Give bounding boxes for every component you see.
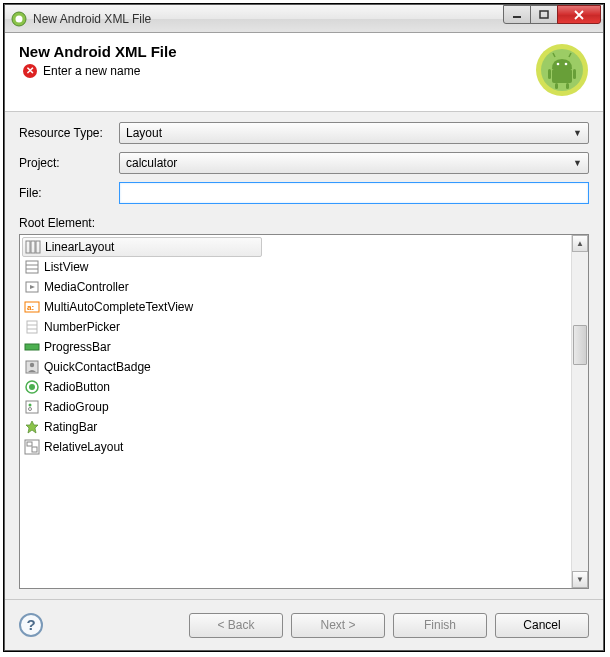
page-title: New Android XML File <box>19 43 535 60</box>
svg-marker-36 <box>26 421 38 433</box>
list-item-label: ListView <box>44 260 88 274</box>
svg-rect-25 <box>27 321 37 333</box>
svg-point-13 <box>557 63 560 66</box>
svg-rect-9 <box>555 83 558 89</box>
ratingbar-icon <box>24 419 40 435</box>
svg-point-32 <box>29 384 35 390</box>
form-area: Resource Type: Layout ▼ Project: calcula… <box>5 112 603 599</box>
app-icon <box>11 11 27 27</box>
error-message-row: ✕ Enter a new name <box>19 64 535 78</box>
android-logo-icon <box>535 43 589 97</box>
list-item[interactable]: RadioGroup <box>20 397 571 417</box>
svg-point-1 <box>16 15 23 22</box>
cancel-button[interactable]: Cancel <box>495 613 589 638</box>
finish-button[interactable]: Finish <box>393 613 487 638</box>
chevron-down-icon: ▼ <box>573 128 582 138</box>
list-item[interactable]: a:MultiAutoCompleteTextView <box>20 297 571 317</box>
list-item-label: LinearLayout <box>45 240 114 254</box>
error-icon: ✕ <box>23 64 37 78</box>
svg-rect-28 <box>25 344 39 350</box>
close-button[interactable] <box>557 5 601 24</box>
resource-type-label: Resource Type: <box>19 126 119 140</box>
list-item-label: QuickContactBadge <box>44 360 151 374</box>
chevron-down-icon: ▼ <box>573 158 582 168</box>
linearlayout-icon <box>25 239 41 255</box>
list-item[interactable]: RelativeLayout <box>20 437 571 457</box>
svg-point-34 <box>29 404 32 407</box>
relativelayout-icon <box>24 439 40 455</box>
radiogroup-icon <box>24 399 40 415</box>
svg-rect-38 <box>27 442 32 446</box>
list-item[interactable]: ListView <box>20 257 571 277</box>
list-item-label: ProgressBar <box>44 340 111 354</box>
list-item[interactable]: MediaController <box>20 277 571 297</box>
svg-rect-33 <box>26 401 38 413</box>
wizard-window: New Android XML File New Android XML Fil… <box>4 4 604 651</box>
wizard-header: New Android XML File ✕ Enter a new name <box>5 33 603 112</box>
scroll-up-icon[interactable]: ▲ <box>572 235 588 252</box>
svg-rect-3 <box>540 11 548 18</box>
svg-marker-22 <box>30 285 35 289</box>
root-element-list: LinearLayoutListViewMediaControllera:Mul… <box>19 234 589 589</box>
resource-type-combo[interactable]: Layout ▼ <box>119 122 589 144</box>
list-item-label: MultiAutoCompleteTextView <box>44 300 193 314</box>
svg-rect-18 <box>26 261 38 273</box>
file-input[interactable] <box>119 182 589 204</box>
back-button[interactable]: < Back <box>189 613 283 638</box>
listview-icon <box>24 259 40 275</box>
list-item-label: MediaController <box>44 280 129 294</box>
svg-rect-7 <box>548 69 551 79</box>
window-controls <box>504 5 601 25</box>
svg-rect-8 <box>573 69 576 79</box>
numberpicker-icon <box>24 319 40 335</box>
list-item[interactable]: ProgressBar <box>20 337 571 357</box>
list-item-label: RelativeLayout <box>44 440 123 454</box>
maximize-button[interactable] <box>530 5 558 24</box>
svg-rect-15 <box>26 241 30 253</box>
svg-rect-39 <box>32 447 37 452</box>
root-list-inner[interactable]: LinearLayoutListViewMediaControllera:Mul… <box>20 235 571 588</box>
svg-text:a:: a: <box>27 303 34 312</box>
mediacontroller-icon <box>24 279 40 295</box>
root-element-label: Root Element: <box>19 216 589 230</box>
help-button[interactable]: ? <box>19 613 43 637</box>
project-value: calculator <box>126 156 177 170</box>
project-combo[interactable]: calculator ▼ <box>119 152 589 174</box>
next-button[interactable]: Next > <box>291 613 385 638</box>
multiautocompletetextview-icon: a: <box>24 299 40 315</box>
list-item[interactable]: LinearLayout <box>22 237 262 257</box>
svg-rect-10 <box>566 83 569 89</box>
list-item-label: RadioButton <box>44 380 110 394</box>
list-item[interactable]: RatingBar <box>20 417 571 437</box>
quickcontactbadge-icon <box>24 359 40 375</box>
svg-rect-16 <box>31 241 35 253</box>
list-item[interactable]: RadioButton <box>20 377 571 397</box>
svg-rect-17 <box>36 241 40 253</box>
scroll-thumb[interactable] <box>573 325 587 365</box>
project-label: Project: <box>19 156 119 170</box>
svg-point-35 <box>29 408 32 411</box>
resource-type-value: Layout <box>126 126 162 140</box>
error-text: Enter a new name <box>43 64 140 78</box>
scroll-down-icon[interactable]: ▼ <box>572 571 588 588</box>
list-item-label: NumberPicker <box>44 320 120 334</box>
list-item[interactable]: QuickContactBadge <box>20 357 571 377</box>
svg-point-30 <box>30 363 34 367</box>
file-label: File: <box>19 186 119 200</box>
list-item[interactable]: NumberPicker <box>20 317 571 337</box>
minimize-button[interactable] <box>503 5 531 24</box>
titlebar: New Android XML File <box>5 5 603 33</box>
list-item-label: RatingBar <box>44 420 97 434</box>
svg-rect-2 <box>513 16 521 18</box>
radiobutton-icon <box>24 379 40 395</box>
progressbar-icon <box>24 339 40 355</box>
window-title: New Android XML File <box>33 12 504 26</box>
svg-point-14 <box>565 63 568 66</box>
svg-rect-6 <box>552 69 572 83</box>
scrollbar[interactable]: ▲ ▼ <box>571 235 588 588</box>
button-bar: ? < Back Next > Finish Cancel <box>5 600 603 650</box>
list-item-label: RadioGroup <box>44 400 109 414</box>
